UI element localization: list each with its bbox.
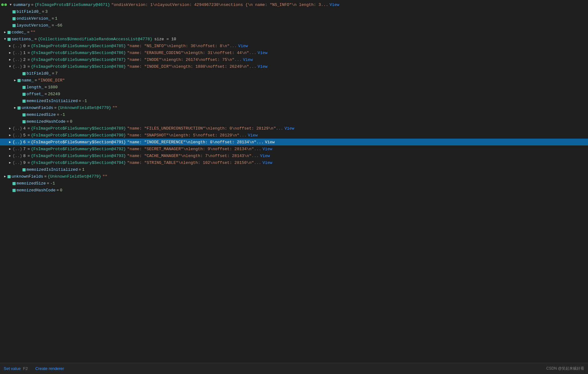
- tree-row-s3-memoized-init[interactable]: ▶ memoizedIsInitialized = -1: [0, 97, 588, 104]
- root-view-link[interactable]: View: [330, 2, 339, 7]
- tree-row-section-0[interactable]: {..} 0 = {FsImageProto$FileSummary$Secti…: [0, 42, 588, 49]
- tree-row-section-1[interactable]: {..} 1 = {FsImageProto$FileSummary$Secti…: [0, 49, 588, 56]
- tree-row-section-9[interactable]: {..} 9 = {FsImageProto$FileSummary$Secti…: [0, 159, 588, 166]
- root-unknown-arrow[interactable]: [2, 175, 7, 178]
- tag-icon: [22, 168, 26, 171]
- tree-row-section-7[interactable]: {..} 7 = {FsImageProto$FileSummary$Secti…: [0, 145, 588, 152]
- root-arrow[interactable]: [8, 3, 13, 7]
- section9-view-link[interactable]: View: [262, 160, 272, 165]
- tree-row-section-6[interactable]: {..} 6 = {FsImageProto$FileSummary$Secti…: [0, 139, 588, 145]
- tree-row-section-8[interactable]: {..} 8 = {FsImageProto$FileSummary$Secti…: [0, 152, 588, 159]
- tree-row-s3-unknownfields[interactable]: unknownFields = {UnknownFieldSet@4779} "…: [0, 104, 588, 111]
- tree-row-s3-memoizedhash[interactable]: ▶ memoizedHashCode = 0: [0, 118, 588, 125]
- section2-view-link[interactable]: View: [243, 57, 253, 62]
- tree-row-root-memoinit[interactable]: ▶ memoizedIsInitialized = 1: [0, 166, 588, 173]
- tree-row-section-3[interactable]: {..} 3 = {FsImageProto$FileSummary$Secti…: [0, 63, 588, 70]
- s3-unknown-arrow[interactable]: [12, 106, 17, 110]
- section1-view-link[interactable]: View: [258, 51, 267, 55]
- bottom-bar: Set value F2 Create renderer CSDN @笑起来贼好…: [0, 363, 588, 374]
- tree-row-codec[interactable]: codec_ = "": [0, 29, 588, 36]
- tag-icon: [12, 24, 16, 27]
- tag-icon: [7, 38, 11, 41]
- tree-row-section-2[interactable]: {..} 2 = {FsImageProto$FileSummary$Secti…: [0, 56, 588, 63]
- tree-row-s3-offset[interactable]: ▶ offset_ = 26249: [0, 91, 588, 97]
- section5-view-link[interactable]: View: [248, 133, 257, 138]
- set-value-button[interactable]: Set value F2: [4, 366, 28, 371]
- tree-row-root-memoizedhash[interactable]: ▶ memoizedHashCode = 0: [0, 187, 588, 194]
- tag-icon: [17, 79, 21, 82]
- section8-view-link[interactable]: View: [260, 154, 270, 158]
- tree-container[interactable]: summary = {FsImageProto$FileSummary@4671…: [0, 0, 588, 363]
- tree-row-ondiskversion[interactable]: ▶ ondiskVersion_ = 1: [0, 15, 588, 22]
- tree-row-s3-memoizedsize[interactable]: ▶ memoizedSize = -1: [0, 111, 588, 118]
- tree-row-section-5[interactable]: {..} 5 = {FsImageProto$FileSummary$Secti…: [0, 132, 588, 139]
- section6-view-link[interactable]: View: [265, 140, 275, 145]
- tag-icon: [22, 93, 26, 96]
- expanded-icon: [1, 3, 7, 6]
- tag-icon: [17, 106, 21, 110]
- tree-row-s3-length[interactable]: ▶ length_ = 1880: [0, 84, 588, 91]
- tree-row-root-memoizedsize[interactable]: ▶ memoizedSize = -1: [0, 180, 588, 187]
- tag-icon: [12, 10, 16, 13]
- s3-name-arrow[interactable]: [12, 78, 17, 82]
- tag-icon: [7, 31, 11, 34]
- tree-row-s3-name[interactable]: name_ = "INODE_DIR": [0, 77, 588, 84]
- section7-arrow[interactable]: [7, 147, 12, 151]
- section1-arrow[interactable]: [7, 51, 12, 55]
- tag-icon: [12, 17, 16, 20]
- create-renderer-button[interactable]: Create renderer: [35, 366, 64, 371]
- tree-row-layoutversion[interactable]: ▶ layoutVersion_ = -66: [0, 22, 588, 29]
- tag-icon: [12, 182, 16, 185]
- section3-view-link[interactable]: View: [258, 64, 267, 69]
- tag-icon: [22, 86, 26, 89]
- tree-row-bitfield0-root[interactable]: ▶ bitField0_ = 3: [0, 8, 588, 15]
- section6-arrow[interactable]: [7, 140, 12, 144]
- tag-icon: [12, 189, 16, 192]
- section2-arrow[interactable]: [7, 58, 12, 62]
- section5-arrow[interactable]: [7, 133, 12, 137]
- tag-icon: [7, 175, 11, 178]
- sections-arrow[interactable]: [2, 37, 7, 41]
- tag-icon: [22, 120, 26, 123]
- tree-row-s3-bitfield[interactable]: ▶ bitField0_ = 7: [0, 70, 588, 77]
- section0-view-link[interactable]: View: [238, 44, 248, 48]
- codec-arrow[interactable]: [2, 30, 7, 34]
- tag-icon: [22, 113, 26, 116]
- tree-row-section-4[interactable]: {..} 4 = {FsImageProto$FileSummary$Secti…: [0, 125, 588, 132]
- section4-view-link[interactable]: View: [284, 126, 294, 131]
- tree-row-root-unknownfields[interactable]: unknownFields = {UnknownFieldSet@4779} "…: [0, 173, 588, 180]
- tag-icon: [22, 100, 26, 103]
- section7-view-link[interactable]: View: [262, 147, 272, 151]
- root-varname: summary: [13, 2, 30, 7]
- section8-arrow[interactable]: [7, 154, 12, 158]
- tree-row-sections[interactable]: sections_ = {Collections$UnmodifiableRan…: [0, 36, 588, 42]
- section9-arrow[interactable]: [7, 161, 12, 165]
- section3-arrow[interactable]: [7, 65, 12, 68]
- tag-icon: [22, 72, 26, 75]
- watermark: CSDN @笑起来贼好看: [546, 366, 584, 371]
- section4-arrow[interactable]: [7, 126, 12, 130]
- section0-arrow[interactable]: [7, 44, 12, 48]
- tree-row-root[interactable]: summary = {FsImageProto$FileSummary@4671…: [0, 1, 588, 8]
